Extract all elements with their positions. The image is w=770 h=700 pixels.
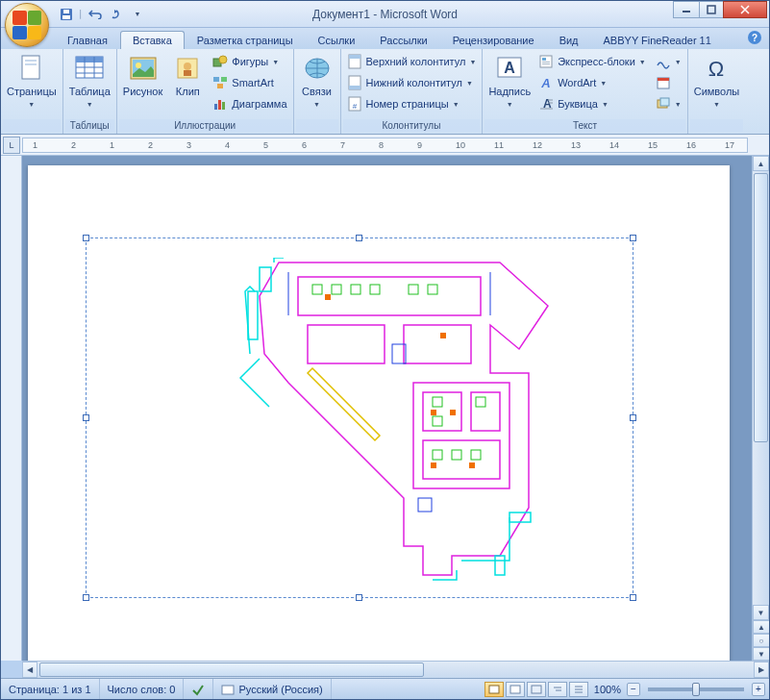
maximize-button[interactable]: [699, 1, 724, 18]
chart-button[interactable]: Диаграмма: [209, 93, 290, 114]
symbols-label: Символы: [694, 86, 740, 97]
undo-icon[interactable]: [86, 5, 105, 24]
view-full-screen[interactable]: [506, 682, 525, 697]
hscroll-track[interactable]: [37, 662, 754, 678]
pagenum-button[interactable]: # Номер страницы ▼: [343, 93, 481, 114]
svg-rect-62: [433, 416, 442, 426]
vertical-ruler[interactable]: [1, 156, 22, 661]
footer-button[interactable]: Нижний колонтитул ▼: [343, 72, 481, 93]
view-web-layout[interactable]: [527, 682, 546, 697]
omega-icon: Ω: [701, 53, 732, 84]
signature-button[interactable]: ▼: [652, 51, 685, 72]
horizontal-scrollbar[interactable]: ◀ ▶: [22, 661, 769, 678]
qat-customize-icon[interactable]: ▼: [128, 5, 147, 24]
tab-abbyy[interactable]: ABBYY FineReader 11: [591, 31, 724, 49]
textbox-button[interactable]: A Надпись▼: [484, 51, 534, 111]
help-icon[interactable]: ?: [748, 31, 761, 44]
zoom-in-button[interactable]: +: [752, 683, 765, 696]
prev-page-button[interactable]: ▲: [753, 620, 769, 634]
resize-handle-tl[interactable]: [83, 235, 89, 241]
resize-handle-bl[interactable]: [83, 594, 89, 601]
pages-button[interactable]: Страницы▼: [3, 51, 61, 111]
zoom-slider[interactable]: [648, 688, 744, 691]
vscroll-thumb[interactable]: [754, 173, 768, 442]
ruler-tick: 5: [263, 140, 268, 150]
zoom-level[interactable]: 100%: [590, 684, 625, 695]
office-button[interactable]: [5, 3, 49, 47]
tab-mailings[interactable]: Рассылки: [367, 31, 439, 49]
table-button[interactable]: Таблица▼: [65, 51, 114, 111]
links-button[interactable]: Связи▼: [296, 51, 338, 111]
horizontal-ruler[interactable]: 121234567891011121314151617: [22, 138, 748, 153]
tab-selector[interactable]: L: [3, 137, 20, 154]
save-icon[interactable]: [57, 5, 76, 24]
ruler-tick: 17: [725, 140, 734, 150]
resize-handle-tr[interactable]: [630, 235, 636, 241]
clip-icon: [172, 53, 203, 84]
tab-page-layout[interactable]: Разметка страницы: [185, 31, 306, 49]
view-draft[interactable]: [569, 682, 588, 697]
svg-rect-57: [351, 285, 360, 294]
resize-handle-br[interactable]: [630, 594, 636, 601]
resize-handle-ml[interactable]: [83, 414, 89, 421]
zoom-thumb[interactable]: [692, 683, 700, 696]
resize-handle-tm[interactable]: [356, 235, 362, 241]
resize-handle-mr[interactable]: [630, 414, 636, 421]
svg-rect-74: [469, 462, 475, 468]
svg-rect-61: [433, 397, 442, 407]
quickparts-label: Экспресс-блоки: [558, 56, 635, 67]
redo-icon[interactable]: [107, 5, 126, 24]
scroll-up-button[interactable]: ▲: [753, 156, 769, 171]
ruler-tick: 14: [609, 140, 619, 150]
image-selection[interactable]: [86, 238, 633, 598]
hscroll-thumb[interactable]: [39, 662, 424, 677]
scroll-left-button[interactable]: ◀: [22, 662, 37, 678]
ruler-tick: 8: [379, 140, 384, 150]
vertical-scrollbar[interactable]: ▲ ▼ ▲ ○ ▼: [752, 156, 769, 661]
svg-rect-49: [660, 98, 669, 106]
smartart-button[interactable]: SmartArt: [209, 72, 290, 93]
view-outline[interactable]: [548, 682, 567, 697]
scroll-right-button[interactable]: ▶: [754, 662, 769, 678]
next-page-button[interactable]: ▼: [753, 647, 769, 661]
group-pages: Страницы▼: [1, 49, 63, 134]
tab-insert[interactable]: Вставка: [120, 31, 185, 49]
svg-text:#: #: [352, 102, 357, 111]
svg-rect-73: [431, 462, 436, 468]
resize-handle-bm[interactable]: [356, 594, 362, 601]
tab-review[interactable]: Рецензирование: [440, 31, 547, 49]
shapes-button[interactable]: Фигуры ▼: [209, 51, 290, 72]
symbols-button[interactable]: Ω Символы▼: [690, 51, 744, 111]
close-button[interactable]: [723, 1, 767, 18]
shapes-icon: [212, 54, 228, 69]
ruler-tick: 1: [110, 140, 114, 150]
datetime-button[interactable]: [652, 72, 685, 93]
status-page[interactable]: Страница: 1 из 1: [1, 679, 100, 699]
tab-home[interactable]: Главная: [55, 31, 120, 49]
header-button[interactable]: Верхний колонтитул ▼: [343, 51, 481, 72]
svg-rect-6: [25, 60, 37, 62]
clip-button[interactable]: Клип: [166, 51, 209, 99]
ruler-tick: 9: [417, 140, 422, 150]
tab-references[interactable]: Ссылки: [306, 31, 368, 49]
wordart-button[interactable]: A WordArt ▼: [534, 72, 650, 93]
pagenum-label: Номер страницы: [366, 98, 449, 110]
status-language[interactable]: Русский (Россия): [213, 679, 331, 699]
dropcap-button[interactable]: A Буквица ▼: [534, 93, 650, 114]
group-illustrations-label: Иллюстрации: [119, 119, 291, 132]
header-icon: [347, 54, 362, 69]
tab-view[interactable]: Вид: [547, 31, 591, 49]
page-viewport[interactable]: [22, 156, 752, 661]
vscroll-track[interactable]: [753, 171, 769, 605]
picture-button[interactable]: Рисунок: [119, 51, 167, 99]
zoom-out-button[interactable]: −: [627, 683, 640, 696]
status-proofing[interactable]: [184, 679, 213, 699]
status-words[interactable]: Число слов: 0: [100, 679, 185, 699]
view-print-layout[interactable]: [484, 682, 504, 697]
scroll-down-button[interactable]: ▼: [753, 605, 769, 620]
document-page: [28, 165, 730, 661]
minimize-button[interactable]: [673, 1, 700, 18]
object-button[interactable]: ▼: [652, 93, 685, 114]
quickparts-button[interactable]: Экспресс-блоки ▼: [534, 51, 650, 72]
browse-object-button[interactable]: ○: [753, 634, 769, 647]
